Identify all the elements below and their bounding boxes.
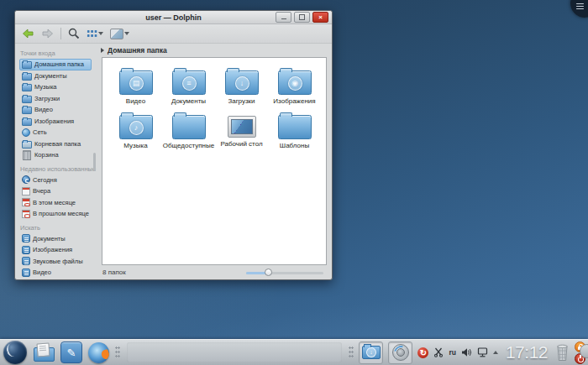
search-button[interactable] bbox=[68, 28, 80, 39]
folder-label: Документы bbox=[171, 97, 206, 105]
title-bar[interactable]: user — Dolphin × bbox=[15, 11, 332, 24]
panel-cashew[interactable] bbox=[580, 344, 588, 358]
document-emblem-icon: ≡ bbox=[182, 76, 197, 91]
preview-icon bbox=[110, 29, 123, 39]
sidebar-item-label: Музыка bbox=[34, 83, 57, 91]
preview-button[interactable] bbox=[110, 29, 129, 39]
search-documents-icon bbox=[22, 234, 30, 242]
volume-icon[interactable] bbox=[461, 347, 472, 357]
sidebar-item[interactable]: Сегодня bbox=[19, 175, 92, 186]
sidebar-item[interactable]: Документы bbox=[19, 233, 92, 245]
folder-icon bbox=[172, 115, 206, 139]
sidebar-item[interactable]: Изображения bbox=[19, 244, 92, 256]
folder-item[interactable]: ≡Документы bbox=[162, 67, 215, 112]
folder-item[interactable]: Общедоступные bbox=[162, 112, 215, 156]
sidebar-item[interactable]: Домашняя папка bbox=[19, 59, 92, 70]
sidebar-section-title: Недавно использованные bbox=[20, 165, 97, 173]
sidebar-item[interactable]: Загрузки bbox=[19, 93, 92, 105]
zoom-slider[interactable] bbox=[246, 269, 323, 277]
app-launcher-button[interactable] bbox=[3, 341, 27, 364]
back-button[interactable] bbox=[22, 29, 34, 39]
main-pane: Домашняя папка ▤Видео≡Документы↓Загрузки… bbox=[97, 44, 332, 279]
folder-label: Изображения bbox=[273, 97, 315, 105]
sidebar-item[interactable]: Корзина bbox=[19, 149, 92, 161]
breadcrumb[interactable]: Домашняя папка bbox=[97, 44, 332, 57]
sidebar-item-label: Вчера bbox=[33, 187, 50, 195]
places-panel: Точки входаДомашняя папкаДокументыМузыка… bbox=[15, 44, 97, 279]
folder-icon: ▤ bbox=[119, 70, 153, 95]
search-video-icon bbox=[22, 269, 30, 277]
home-folder-icon bbox=[22, 61, 32, 69]
folder-label: Видео bbox=[126, 97, 145, 105]
yesterday-icon bbox=[22, 187, 30, 196]
sidebar-section-title: Точки входа bbox=[20, 50, 97, 57]
update-notifier-icon[interactable]: ↻ bbox=[417, 347, 428, 358]
sidebar-item[interactable]: В этом месяце bbox=[19, 197, 92, 209]
sidebar-item[interactable]: Документы bbox=[19, 70, 92, 82]
sidebar-item-label: Корневая папка bbox=[34, 140, 81, 148]
sidebar-item-label: Изображения bbox=[34, 117, 74, 125]
folder-view[interactable]: ▤Видео≡Документы↓Загрузки◉Изображения♪Му… bbox=[102, 57, 327, 265]
sidebar-scrollbar[interactable] bbox=[93, 153, 96, 171]
panel-drag-handle[interactable] bbox=[115, 346, 120, 359]
device-notifier-icon bbox=[392, 344, 409, 361]
trash-icon bbox=[23, 150, 31, 160]
text-editor-launcher[interactable]: ✎ bbox=[60, 342, 82, 363]
sidebar-item[interactable]: Вчера bbox=[19, 185, 92, 197]
screen-icon bbox=[231, 119, 253, 134]
panel-drag-handle[interactable] bbox=[349, 346, 354, 359]
sidebar-item-label: Домашняя папка bbox=[34, 60, 84, 68]
today-icon bbox=[22, 175, 30, 184]
folder-icon bbox=[278, 115, 312, 139]
clipboard-scissors-icon[interactable] bbox=[433, 347, 444, 357]
sidebar-item[interactable]: Видео bbox=[19, 104, 92, 116]
sidebar-item[interactable]: Звуковые файлы bbox=[19, 256, 92, 268]
sidebar-item[interactable]: Музыка bbox=[19, 81, 92, 93]
taskbar: ✎ ↓ ↻ ru bbox=[0, 339, 588, 365]
trash-widget[interactable] bbox=[555, 343, 570, 362]
folder-item[interactable]: ↓Загрузки bbox=[215, 67, 268, 112]
folder-item[interactable]: ♪Музыка bbox=[109, 112, 162, 156]
folder-item[interactable]: Шаблоны bbox=[268, 112, 321, 156]
firefox-launcher[interactable] bbox=[88, 342, 109, 363]
music-emblem-icon: ♪ bbox=[129, 121, 144, 135]
document-icon bbox=[36, 342, 50, 357]
tray-expander-icon[interactable] bbox=[493, 351, 498, 354]
folder-label: Музыка bbox=[123, 142, 147, 149]
folder-icon: ♪ bbox=[119, 115, 153, 139]
keyboard-layout-indicator[interactable]: ru bbox=[449, 348, 456, 357]
close-button[interactable]: × bbox=[312, 12, 328, 23]
network-icon bbox=[22, 128, 30, 137]
folder-item[interactable]: Рабочий стол bbox=[215, 112, 268, 156]
sidebar-item-label: Загрузки bbox=[34, 95, 60, 102]
chevron-down-icon bbox=[124, 32, 129, 35]
view-mode-button[interactable] bbox=[87, 29, 103, 38]
folder-item[interactable]: ◉Изображения bbox=[268, 67, 321, 112]
minimize-button[interactable] bbox=[276, 12, 291, 23]
camera-emblem-icon: ◉ bbox=[288, 76, 302, 91]
sidebar-section-title: Искать bbox=[20, 224, 97, 232]
display-network-icon[interactable] bbox=[477, 347, 488, 357]
maximize-button[interactable] bbox=[294, 12, 310, 23]
calendar-month-icon bbox=[22, 210, 30, 218]
task-manager-area[interactable] bbox=[127, 342, 342, 362]
icon-view-icon bbox=[87, 29, 97, 38]
pencil-icon: ✎ bbox=[67, 347, 76, 358]
digital-clock[interactable]: 17:12 bbox=[506, 342, 548, 362]
sidebar-item[interactable]: Изображения bbox=[19, 116, 92, 128]
breadcrumb-label[interactable]: Домашняя папка bbox=[108, 46, 167, 55]
device-notifier-widget[interactable] bbox=[388, 342, 412, 364]
sidebar-item[interactable]: Корневая папка bbox=[19, 138, 92, 150]
forward-button[interactable] bbox=[41, 29, 54, 39]
folder-item[interactable]: ▤Видео bbox=[109, 67, 162, 112]
film-emblem-icon: ▤ bbox=[129, 76, 144, 91]
sidebar-item[interactable]: В прошлом месяце bbox=[19, 208, 92, 220]
search-images-icon bbox=[22, 246, 30, 254]
sidebar-item[interactable]: Видео bbox=[19, 267, 92, 279]
slider-handle[interactable] bbox=[265, 269, 272, 276]
folder-label: Общедоступные bbox=[163, 142, 214, 149]
sidebar-item[interactable]: Сеть bbox=[19, 127, 92, 138]
file-manager-launcher[interactable] bbox=[33, 342, 55, 362]
downloads-folder-widget[interactable]: ↓ bbox=[359, 342, 383, 364]
plasma-toolbox-cashew[interactable] bbox=[570, 0, 588, 18]
